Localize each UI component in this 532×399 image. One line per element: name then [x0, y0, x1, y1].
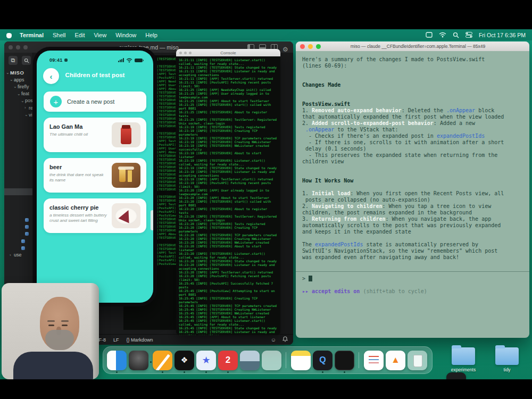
post-subtitle: a timeless dessert with buttery crust an…	[49, 213, 107, 223]
tree-item[interactable]	[4, 210, 32, 217]
post-card[interactable]: classic cherry piea timeless dessert wit…	[44, 198, 146, 233]
keyboard-icon[interactable]	[426, 32, 433, 38]
tree-item[interactable]	[4, 174, 32, 181]
status-indicator-icon	[64, 59, 68, 62]
dock-terminal-alt-icon[interactable]	[335, 351, 354, 370]
dock-trash-icon[interactable]	[408, 351, 427, 370]
tree-item[interactable]: ⌄feat	[4, 90, 32, 97]
phone-status-bar: 09:41	[37, 51, 153, 65]
beard	[45, 330, 74, 350]
terminal-line: PostsView.swift	[302, 101, 523, 107]
menu-clock[interactable]: Fri Oct 17 6:36 PM	[479, 32, 526, 38]
tree-item[interactable]: ⌄pos	[4, 97, 32, 104]
console-body[interactable]: 16:21:11 [INFO] [TESTSERVER] Listener.st…	[176, 56, 280, 335]
terminal-line: - If there is one, scrolls to it with an…	[302, 139, 523, 146]
wifi-icon[interactable]	[439, 32, 446, 38]
dock-quicktime-icon[interactable]: Q	[313, 351, 332, 370]
file-tree: ⌄MISO⌄apps⌄firefly⌄feat⌄pos›re⌄vi›use	[4, 69, 32, 259]
desk-folders: experimentstidy	[447, 347, 523, 372]
tree-item[interactable]	[4, 245, 32, 252]
folder-icon	[495, 347, 519, 365]
eol-type[interactable]: LF	[113, 337, 119, 343]
tree-item[interactable]: ›re	[4, 104, 32, 111]
language-mode[interactable]: {} Markdown	[127, 337, 153, 343]
tree-item[interactable]	[4, 160, 32, 167]
apple-menu-icon[interactable]	[6, 31, 12, 38]
post-title: beer	[49, 164, 107, 170]
scrollbar-thumb[interactable]	[151, 210, 153, 230]
tree-item[interactable]	[4, 181, 32, 188]
search-icon[interactable]	[453, 32, 459, 38]
post-card[interactable]: Lao Gan MaThe ultimate chilli oil	[44, 118, 146, 152]
menu-view[interactable]: View	[94, 32, 106, 38]
desktop-folder-tidy[interactable]: tidy	[491, 347, 523, 372]
notifications-bell-icon[interactable]	[282, 336, 288, 343]
phone-clock: 09:41	[49, 57, 68, 63]
dock-finder-icon[interactable]	[107, 351, 127, 370]
settings-gear-icon[interactable]	[282, 44, 289, 51]
running-indicator	[162, 371, 163, 373]
dock-document-icon[interactable]	[364, 351, 384, 370]
tree-item[interactable]	[4, 168, 32, 174]
tree-item[interactable]	[4, 230, 32, 237]
dock-cube-app-icon[interactable]: ❖	[174, 351, 194, 370]
feedback-smiley-icon[interactable]: ☺	[271, 337, 276, 343]
terminal-title: miso — claude __CFBundleIdentifier=com.a…	[312, 44, 524, 49]
terminal-line	[302, 76, 523, 82]
tree-item[interactable]	[4, 217, 32, 223]
terminal-titlebar[interactable]: miso — claude __CFBundleIdentifier=com.a…	[296, 41, 529, 51]
tree-item[interactable]	[4, 126, 32, 132]
menu-shell[interactable]: Shell	[53, 32, 65, 38]
folder-icon	[452, 347, 475, 365]
tree-item[interactable]: ›use	[4, 252, 32, 259]
tree-item[interactable]	[4, 118, 32, 125]
tree-item[interactable]	[4, 146, 32, 153]
tree-item[interactable]	[4, 153, 32, 160]
presenter-shirt	[13, 352, 93, 379]
tree-item[interactable]	[4, 132, 32, 139]
terminal-line: posts are collapsed (no auto-expansion)	[302, 197, 523, 203]
desktop-folder-experiments[interactable]: experiments	[447, 347, 480, 372]
dock-vlc-icon[interactable]: ▲	[386, 351, 405, 370]
terminal-line: automatically scrolls to the post that w…	[302, 222, 523, 229]
tree-item[interactable]	[4, 238, 32, 245]
running-indicator	[227, 371, 229, 373]
terminal-prompt[interactable]: >	[302, 276, 523, 282]
dock-zed-editor-icon[interactable]	[153, 351, 172, 370]
post-card[interactable]: beerthe drink that dare not speak its na…	[44, 158, 146, 193]
control-center-icon[interactable]	[466, 32, 472, 38]
sidebar-search-icon[interactable]	[22, 56, 31, 65]
tree-item[interactable]	[4, 195, 32, 202]
explorer-icon[interactable]: ⧉	[9, 56, 18, 65]
terminal-line	[302, 171, 523, 178]
dock-ghost-app-icon[interactable]	[262, 351, 281, 370]
create-post-button[interactable]: + Create a new post	[44, 92, 146, 112]
terminal-line	[302, 261, 523, 267]
running-indicator	[322, 371, 323, 373]
tree-item[interactable]	[4, 188, 32, 195]
dock-screenshot-preview-icon[interactable]	[240, 351, 260, 370]
dock-red-app-icon[interactable]: 2	[218, 351, 238, 370]
dock-notes-icon[interactable]	[291, 351, 311, 370]
terminal-line: Changes Made	[302, 82, 523, 88]
menu-help[interactable]: Help	[145, 32, 157, 38]
tree-item[interactable]	[4, 203, 32, 210]
console-titlebar[interactable]: Console	[176, 49, 280, 56]
tree-item[interactable]	[4, 139, 32, 146]
plus-icon: +	[50, 96, 62, 107]
tree-item[interactable]: ⌄apps	[4, 76, 32, 83]
terminal-output[interactable]: Here's a summary of the changes I made t…	[296, 51, 529, 282]
tree-item[interactable]	[4, 223, 32, 230]
tree-item[interactable]: ⌄firefly	[4, 83, 32, 90]
dock-star-app-icon[interactable]: ★	[196, 351, 216, 370]
beer-glass-image	[112, 163, 140, 188]
menu-terminal[interactable]: Terminal	[20, 32, 44, 38]
tree-item[interactable]: ⌄vi	[4, 111, 32, 118]
menu-window[interactable]: Window	[115, 32, 136, 38]
dock-control-knob-icon[interactable]	[129, 351, 148, 370]
terminal-line	[302, 95, 523, 101]
app-screen: 09:41 ‹ Children of test post +	[37, 51, 153, 303]
tree-item[interactable]: ⌄MISO	[4, 69, 32, 76]
terminal-line: - Checks if there's an expanded post in …	[302, 133, 523, 139]
menu-edit[interactable]: Edit	[75, 32, 85, 38]
